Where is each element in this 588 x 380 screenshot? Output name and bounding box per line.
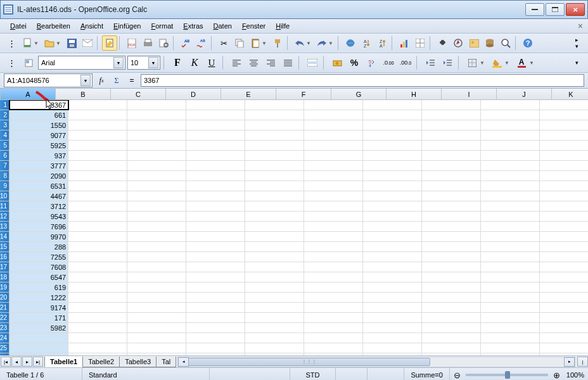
menu-fenster[interactable]: Fenster <box>237 21 271 31</box>
cell[interactable] <box>186 353 245 355</box>
cell[interactable] <box>481 303 540 312</box>
dropdown-arrow-icon[interactable]: ▼ <box>148 57 158 68</box>
cell[interactable] <box>304 171 363 180</box>
row-header[interactable]: 19 <box>0 282 10 293</box>
row-header[interactable]: 15 <box>0 242 10 252</box>
cell[interactable] <box>127 151 186 160</box>
equals-button[interactable]: = <box>125 75 138 86</box>
cell[interactable] <box>245 141 304 150</box>
maximize-button[interactable] <box>546 3 565 16</box>
cell[interactable] <box>422 120 481 130</box>
row-header[interactable]: 1 <box>0 100 10 110</box>
cell[interactable] <box>422 252 481 262</box>
cell[interactable] <box>127 323 186 332</box>
cell[interactable]: 6531 <box>10 181 68 191</box>
cell[interactable] <box>481 262 540 272</box>
cell[interactable] <box>363 191 422 201</box>
cell[interactable]: 7696 <box>10 222 68 231</box>
fontcolor-button[interactable]: A <box>514 55 529 70</box>
column-header[interactable]: B <box>56 89 111 99</box>
cell[interactable] <box>422 161 481 170</box>
align-center-button[interactable] <box>246 55 261 70</box>
name-box[interactable]: A1:A1048576▼ <box>4 73 93 87</box>
cell[interactable] <box>481 282 540 292</box>
row-header[interactable]: 18 <box>0 272 10 282</box>
row-header[interactable]: 4 <box>0 130 10 141</box>
zoom-value[interactable]: 100% <box>566 371 584 379</box>
cell[interactable] <box>245 120 304 130</box>
cell[interactable]: 937 <box>10 151 68 160</box>
cell[interactable] <box>245 262 304 272</box>
cell[interactable] <box>363 151 422 160</box>
cell[interactable] <box>127 353 186 355</box>
cell[interactable] <box>68 222 127 231</box>
cell[interactable]: 171 <box>10 313 68 322</box>
toolbar-more-icon[interactable]: ▾ <box>569 55 584 70</box>
cell[interactable] <box>245 161 304 170</box>
cell[interactable] <box>304 161 363 170</box>
last-sheet-button[interactable]: ▸| <box>33 357 43 367</box>
split-handle[interactable]: | <box>577 357 588 367</box>
pdf-button[interactable]: PDF <box>124 35 139 51</box>
row-header[interactable]: 17 <box>0 262 10 272</box>
cell[interactable] <box>245 333 304 343</box>
cell[interactable] <box>304 232 363 241</box>
align-right-button[interactable] <box>263 55 278 70</box>
cell[interactable] <box>422 262 481 272</box>
cell[interactable] <box>304 242 363 251</box>
cell[interactable] <box>304 181 363 191</box>
zoom-button[interactable] <box>498 35 513 51</box>
menu-format[interactable]: Format <box>146 21 178 31</box>
datasources-button[interactable] <box>482 35 497 51</box>
cell[interactable] <box>127 252 186 262</box>
cell[interactable] <box>481 181 540 191</box>
cell[interactable] <box>127 272 186 282</box>
menu-hilfe[interactable]: Hilfe <box>271 21 295 31</box>
cell[interactable] <box>304 353 363 355</box>
cell[interactable] <box>127 242 186 251</box>
cell[interactable] <box>186 212 245 221</box>
cell[interactable] <box>481 141 540 150</box>
cell[interactable] <box>245 110 304 120</box>
cell[interactable] <box>68 313 127 322</box>
cell[interactable] <box>540 161 588 170</box>
cell[interactable]: 2090 <box>10 171 68 180</box>
zoom-in-button[interactable]: ⊕ <box>553 370 560 380</box>
sum-indicator[interactable]: Summe=0 <box>404 368 449 380</box>
cell[interactable] <box>304 272 363 282</box>
cell[interactable] <box>68 252 127 262</box>
cell[interactable] <box>422 201 481 211</box>
cell[interactable] <box>304 151 363 160</box>
undo-button[interactable] <box>292 35 307 51</box>
cell[interactable] <box>186 232 245 241</box>
row-header[interactable]: 20 <box>0 293 10 303</box>
cell[interactable] <box>186 343 245 353</box>
cell[interactable] <box>363 232 422 241</box>
zoom-knob[interactable] <box>505 371 510 379</box>
cells-area[interactable]: 3367661155090775925937377720906531446737… <box>10 100 588 355</box>
cell[interactable] <box>363 212 422 221</box>
cell[interactable] <box>422 100 481 110</box>
chart-button[interactable] <box>397 35 412 51</box>
cell[interactable] <box>245 343 304 353</box>
cell[interactable] <box>422 181 481 191</box>
column-header[interactable]: K <box>552 89 588 99</box>
underline-button[interactable]: U <box>204 55 219 70</box>
zoom-slider[interactable] <box>466 374 548 376</box>
row-header[interactable]: 21 <box>0 303 10 313</box>
dropdown-arrow-icon[interactable]: ▼ <box>328 41 336 46</box>
cell[interactable] <box>186 181 245 191</box>
cell[interactable] <box>422 191 481 201</box>
dropdown-arrow-icon[interactable]: ▼ <box>56 41 63 46</box>
row-header[interactable]: 24 <box>0 333 10 343</box>
cell[interactable] <box>540 343 588 353</box>
cell[interactable] <box>422 222 481 231</box>
italic-button[interactable]: K <box>187 55 202 70</box>
cell[interactable]: 3712 <box>10 201 68 211</box>
cell[interactable] <box>10 343 68 353</box>
menu-einfügen[interactable]: Einfügen <box>108 21 146 31</box>
cell[interactable] <box>363 262 422 272</box>
font-name-combo[interactable]: Arial▼ <box>38 56 125 70</box>
cell[interactable] <box>363 201 422 211</box>
styles-button[interactable] <box>21 55 36 70</box>
